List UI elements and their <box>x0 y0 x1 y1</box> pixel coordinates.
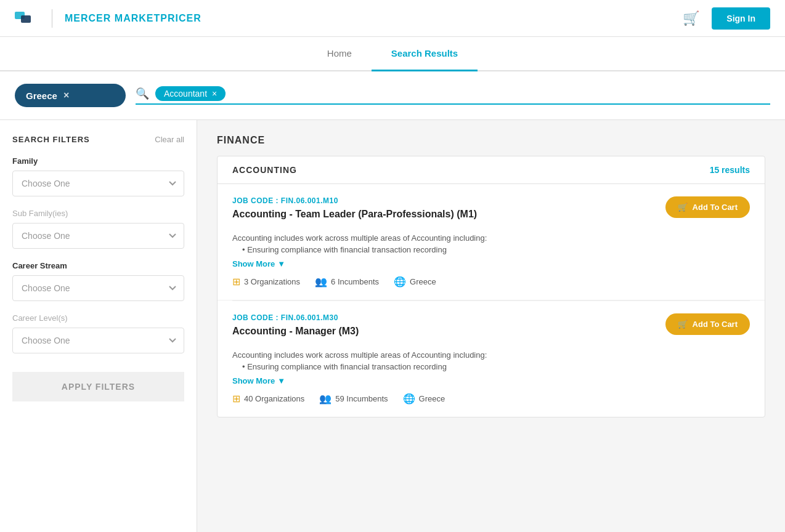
job-item-2: JOB CODE : FIN.06.001.M30 Accounting - M… <box>218 301 765 417</box>
sidebar: SEARCH FILTERS Clear all Family Choose O… <box>0 120 197 532</box>
filter-career-level-select[interactable]: Choose One <box>12 328 184 353</box>
job1-country: 🌐 Greece <box>394 276 436 288</box>
job2-title: Accounting - Manager (M3) <box>232 326 359 337</box>
tab-search-results[interactable]: Search Results <box>372 37 478 71</box>
country-tag-close[interactable]: × <box>63 90 69 101</box>
job2-add-to-cart-button[interactable]: 🛒 Add To Cart <box>665 313 750 335</box>
filter-career-level: Career Level(s) Choose One <box>12 313 184 353</box>
filter-family-select[interactable]: Choose One <box>12 171 184 196</box>
keyword-tag-close[interactable]: × <box>212 89 217 99</box>
job1-show-more[interactable]: Show More ▼ <box>232 259 750 268</box>
search-area: Greece × 🔍 Accountant × <box>0 71 785 120</box>
logo-text: MERCER MARKETPRICER <box>65 13 201 24</box>
country-tag-label: Greece <box>26 91 57 101</box>
people-icon: 👥 <box>315 276 327 288</box>
filter-career-stream-select[interactable]: Choose One <box>12 275 184 301</box>
clear-all-button[interactable]: Clear all <box>155 135 184 144</box>
job2-organizations: ⊞ 40 Organizations <box>232 393 304 405</box>
job2-bullet: • Ensuring compliance with financial tra… <box>242 362 750 371</box>
job1-org-count: 3 Organizations <box>244 277 300 286</box>
cart-btn-icon: 🛒 <box>678 203 688 212</box>
filter-sub-family-label: Sub Family(ies) <box>12 209 184 218</box>
job1-meta: ⊞ 3 Organizations 👥 6 Incumbents 🌐 Greec… <box>232 276 750 288</box>
job2-country-label: Greece <box>419 394 445 403</box>
filter-career-stream-label: Career Stream <box>12 261 184 270</box>
job2-description: Accounting includes work across multiple… <box>232 350 750 360</box>
job2-code: JOB CODE : FIN.06.001.M30 <box>232 313 359 322</box>
job-item-1: JOB CODE : FIN.06.001.M10 Accounting - T… <box>218 184 765 300</box>
apply-filters-button[interactable]: APPLY FILTERS <box>12 372 184 401</box>
job2-show-more[interactable]: Show More ▼ <box>232 376 750 385</box>
search-icon: 🔍 <box>136 87 149 100</box>
job1-incumbents: 👥 6 Incumbents <box>315 276 379 288</box>
nav-tabs: Home Search Results <box>0 37 785 71</box>
job2-meta: ⊞ 40 Organizations 👥 59 Incumbents 🌐 Gre… <box>232 393 750 405</box>
accounting-card: ACCOUNTING 15 results JOB CODE : FIN.06.… <box>217 156 765 417</box>
globe-icon-2: 🌐 <box>403 393 415 405</box>
job1-incumbent-count: 6 Incumbents <box>331 277 379 286</box>
filter-family-label: Family <box>12 156 184 166</box>
org-icon: ⊞ <box>232 276 240 288</box>
logo: MERCER MARKETPRICER <box>15 9 201 28</box>
job1-title: Accounting - Team Leader (Para-Professio… <box>232 209 477 220</box>
sign-in-button[interactable]: Sign In <box>712 7 770 30</box>
cart-icon[interactable]: 🛒 <box>683 10 699 26</box>
finance-section-title: FINANCE <box>217 135 765 146</box>
job1-header-row: JOB CODE : FIN.06.001.M10 Accounting - T… <box>232 196 750 226</box>
sidebar-header: SEARCH FILTERS Clear all <box>12 135 184 144</box>
search-input-wrapper: 🔍 Accountant × <box>136 86 770 105</box>
job1-code: JOB CODE : FIN.06.001.M10 <box>232 196 477 205</box>
filter-sub-family: Sub Family(ies) Choose One <box>12 209 184 249</box>
job1-bullet: • Ensuring compliance with financial tra… <box>242 245 750 254</box>
job2-org-count: 40 Organizations <box>244 394 304 403</box>
mercer-logo-icon <box>15 9 39 28</box>
main-layout: SEARCH FILTERS Clear all Family Choose O… <box>0 120 785 532</box>
org-icon-2: ⊞ <box>232 393 240 405</box>
filter-family: Family Choose One <box>12 156 184 196</box>
results-area: FINANCE ACCOUNTING 15 results JOB CODE :… <box>197 120 785 532</box>
header: MERCER MARKETPRICER 🛒 Sign In <box>0 0 785 37</box>
category-header: ACCOUNTING 15 results <box>218 156 765 184</box>
job2-incumbent-count: 59 Incumbents <box>335 394 388 403</box>
category-title: ACCOUNTING <box>232 165 297 175</box>
job2-header-row: JOB CODE : FIN.06.001.M30 Accounting - M… <box>232 313 750 343</box>
filter-sub-family-select[interactable]: Choose One <box>12 223 184 249</box>
globe-icon: 🌐 <box>394 276 406 288</box>
job1-country-label: Greece <box>410 277 436 286</box>
header-right: 🛒 Sign In <box>683 7 770 30</box>
job1-description: Accounting includes work across multiple… <box>232 233 750 243</box>
job1-add-to-cart-label: Add To Cart <box>693 203 738 212</box>
keyword-tag-label: Accountant <box>164 89 207 99</box>
sidebar-title: SEARCH FILTERS <box>12 135 90 144</box>
cart-btn-icon-2: 🛒 <box>678 320 688 329</box>
filter-career-stream: Career Stream Choose One <box>12 261 184 301</box>
job2-incumbents: 👥 59 Incumbents <box>319 393 388 405</box>
results-count: 15 results <box>710 165 750 175</box>
tab-home[interactable]: Home <box>307 37 372 71</box>
people-icon-2: 👥 <box>319 393 331 405</box>
job2-left: JOB CODE : FIN.06.001.M30 Accounting - M… <box>232 313 359 343</box>
job2-country: 🌐 Greece <box>403 393 445 405</box>
job1-add-to-cart-button[interactable]: 🛒 Add To Cart <box>665 196 750 218</box>
keyword-tag[interactable]: Accountant × <box>155 86 226 101</box>
job2-add-to-cart-label: Add To Cart <box>693 320 738 329</box>
svg-rect-1 <box>21 15 31 23</box>
job1-left: JOB CODE : FIN.06.001.M10 Accounting - T… <box>232 196 477 226</box>
filter-career-level-label: Career Level(s) <box>12 313 184 323</box>
job1-organizations: ⊞ 3 Organizations <box>232 276 300 288</box>
country-filter-tag[interactable]: Greece × <box>15 84 126 107</box>
logo-divider <box>52 9 52 28</box>
